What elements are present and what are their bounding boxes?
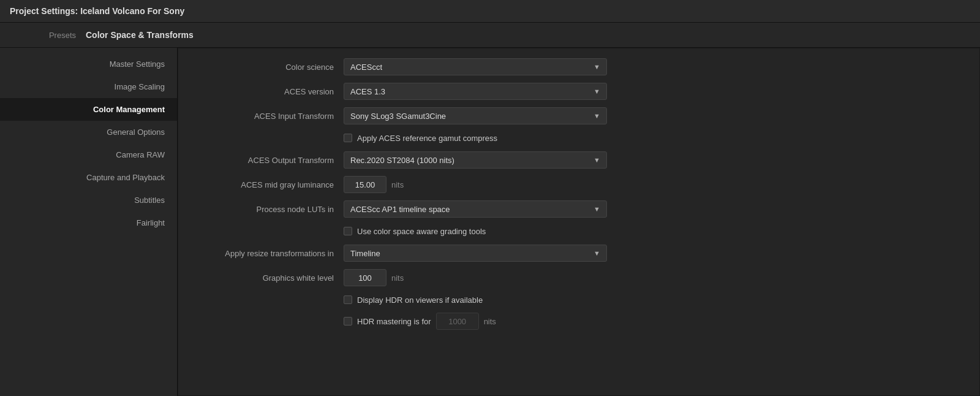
aces-input-transform-control: Sony SLog3 SGamut3Cine ▼ — [344, 107, 961, 124]
apply-resize-row: Apply resize transformations in Timeline… — [178, 241, 979, 265]
main-content: Master Settings Image Scaling Color Mana… — [0, 48, 980, 396]
process-node-luts-value: ACEScc AP1 timeline space — [350, 205, 450, 214]
process-node-luts-row: Process node LUTs in ACEScc AP1 timeline… — [178, 197, 979, 221]
aces-input-transform-dropdown[interactable]: Sony SLog3 SGamut3Cine ▼ — [344, 107, 607, 124]
aces-input-transform-row: ACES Input Transform Sony SLog3 SGamut3C… — [178, 104, 979, 128]
aces-input-transform-value: Sony SLog3 SGamut3Cine — [350, 112, 446, 121]
project-settings-window: Project Settings: Iceland Volcano For So… — [0, 0, 980, 396]
title-bar: Project Settings: Iceland Volcano For So… — [0, 0, 980, 23]
window-title: Project Settings: Iceland Volcano For So… — [10, 6, 184, 16]
process-node-luts-label: Process node LUTs in — [197, 205, 344, 214]
hdr-mastering-unit: nits — [484, 317, 496, 326]
sidebar: Master Settings Image Scaling Color Mana… — [0, 48, 178, 396]
aces-mid-gray-row: ACES mid gray luminance 15.00 nits — [178, 172, 979, 197]
aces-output-transform-value: Rec.2020 ST2084 (1000 nits) — [350, 156, 454, 165]
use-color-space-label: Use color space aware grading tools — [357, 227, 486, 236]
aces-version-control: ACES 1.3 ▼ — [344, 83, 961, 100]
sidebar-item-fairlight[interactable]: Fairlight — [0, 211, 177, 234]
chevron-down-icon: ▼ — [594, 156, 600, 164]
color-science-dropdown[interactable]: ACEScct ▼ — [344, 58, 607, 75]
display-hdr-control: Display HDR on viewers if available — [344, 295, 483, 305]
aces-mid-gray-label: ACES mid gray luminance — [197, 180, 344, 189]
color-management-panel: Color science ACEScct ▼ ACES version ACE… — [178, 48, 980, 396]
use-color-space-row: Use color space aware grading tools — [178, 221, 979, 241]
aces-version-row: ACES version ACES 1.3 ▼ — [178, 79, 979, 104]
color-science-label: Color science — [197, 63, 344, 72]
presets-row: Presets Color Space & Transforms — [0, 23, 980, 48]
aces-output-transform-dropdown[interactable]: Rec.2020 ST2084 (1000 nits) ▼ — [344, 151, 607, 169]
sidebar-item-master-settings[interactable]: Master Settings — [0, 53, 177, 75]
apply-aces-checkbox[interactable] — [344, 134, 352, 142]
aces-mid-gray-unit: nits — [391, 180, 404, 189]
apply-resize-dropdown[interactable]: Timeline ▼ — [344, 245, 607, 262]
presets-value: Color Space & Transforms — [86, 30, 194, 40]
sidebar-item-image-scaling[interactable]: Image Scaling — [0, 75, 177, 98]
chevron-down-icon: ▼ — [594, 249, 600, 257]
sidebar-item-color-management[interactable]: Color Management — [0, 98, 177, 121]
color-science-value: ACEScct — [350, 63, 382, 72]
display-hdr-row: Display HDR on viewers if available — [178, 290, 979, 310]
aces-version-label: ACES version — [197, 87, 344, 96]
apply-resize-value: Timeline — [350, 249, 380, 258]
apply-aces-control: Apply ACES reference gamut compress — [344, 134, 497, 143]
sidebar-item-camera-raw[interactable]: Camera RAW — [0, 143, 177, 166]
color-science-control: ACEScct ▼ — [344, 58, 961, 75]
aces-mid-gray-control: 15.00 nits — [344, 176, 961, 193]
process-node-luts-control: ACEScc AP1 timeline space ▼ — [344, 200, 961, 218]
chevron-down-icon: ▼ — [594, 63, 600, 70]
aces-version-value: ACES 1.3 — [350, 87, 385, 96]
display-hdr-label: Display HDR on viewers if available — [357, 295, 483, 305]
graphics-white-level-input[interactable]: 100 — [344, 269, 386, 286]
apply-aces-label: Apply ACES reference gamut compress — [357, 134, 497, 143]
hdr-mastering-input[interactable]: 1000 — [436, 313, 479, 330]
presets-label: Presets — [12, 31, 86, 40]
aces-input-transform-label: ACES Input Transform — [197, 112, 344, 121]
apply-resize-control: Timeline ▼ — [344, 245, 961, 262]
graphics-white-level-row: Graphics white level 100 nits — [178, 265, 979, 290]
hdr-mastering-checkbox[interactable] — [344, 317, 352, 326]
aces-output-transform-row: ACES Output Transform Rec.2020 ST2084 (1… — [178, 148, 979, 172]
process-node-luts-dropdown[interactable]: ACEScc AP1 timeline space ▼ — [344, 200, 607, 218]
settings-main: Color science ACEScct ▼ ACES version ACE… — [178, 48, 980, 396]
display-hdr-checkbox[interactable] — [344, 295, 352, 304]
chevron-down-icon: ▼ — [594, 205, 600, 213]
aces-output-transform-label: ACES Output Transform — [197, 156, 344, 165]
hdr-mastering-control: HDR mastering is for 1000 nits — [344, 313, 496, 330]
aces-version-dropdown[interactable]: ACES 1.3 ▼ — [344, 83, 607, 100]
hdr-mastering-label: HDR mastering is for — [357, 317, 431, 326]
aces-mid-gray-input[interactable]: 15.00 — [344, 176, 386, 193]
use-color-space-control: Use color space aware grading tools — [344, 227, 486, 236]
color-science-row: Color science ACEScct ▼ — [178, 55, 979, 79]
sidebar-item-capture-playback[interactable]: Capture and Playback — [0, 166, 177, 189]
sidebar-item-general-options[interactable]: General Options — [0, 121, 177, 143]
aces-output-transform-control: Rec.2020 ST2084 (1000 nits) ▼ — [344, 151, 961, 169]
hdr-mastering-row: HDR mastering is for 1000 nits — [178, 310, 979, 333]
chevron-down-icon: ▼ — [594, 112, 600, 120]
apply-aces-row: Apply ACES reference gamut compress — [178, 128, 979, 148]
sidebar-item-subtitles[interactable]: Subtitles — [0, 189, 177, 211]
graphics-white-level-label: Graphics white level — [197, 273, 344, 283]
chevron-down-icon: ▼ — [594, 88, 600, 95]
apply-resize-label: Apply resize transformations in — [197, 249, 344, 258]
graphics-white-level-unit: nits — [391, 273, 404, 283]
use-color-space-checkbox[interactable] — [344, 227, 352, 235]
graphics-white-level-control: 100 nits — [344, 269, 961, 286]
